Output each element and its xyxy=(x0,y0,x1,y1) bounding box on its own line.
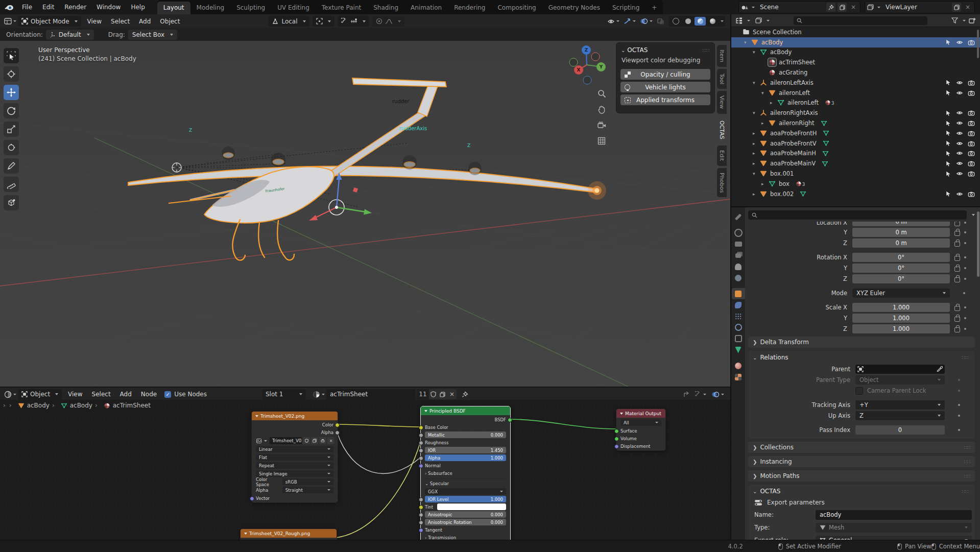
node-row[interactable]: Anisotropic Rotation Anisotropic Rotatio… xyxy=(425,519,506,525)
chevron-down-icon[interactable] xyxy=(877,7,880,8)
workspace-tab[interactable]: Layout xyxy=(157,2,190,14)
properties-tab[interactable] xyxy=(732,371,745,382)
use-nodes-checkbox[interactable]: ✓ Use Nodes xyxy=(164,391,207,398)
chevron-down-icon[interactable] xyxy=(703,394,706,395)
target-dropdown[interactable]: All xyxy=(620,419,661,426)
disable-render-camera-icon[interactable] xyxy=(968,191,975,197)
viewlayer-icon[interactable] xyxy=(867,4,874,10)
move-tool[interactable] xyxy=(4,85,19,100)
camera-view-icon[interactable] xyxy=(596,119,607,131)
viewport-3d[interactable]: Fraunhofer rudder rudderAxis xyxy=(0,41,730,387)
pin-icon[interactable] xyxy=(462,391,468,398)
expander-icon[interactable] xyxy=(753,50,759,55)
value-field[interactable]: 0 m xyxy=(852,228,950,237)
up-axis-dropdown[interactable]: Z xyxy=(855,411,945,420)
pan-hand-icon[interactable] xyxy=(596,104,607,115)
lock-icon[interactable] xyxy=(954,242,960,247)
axis-y-neg-ball[interactable] xyxy=(569,58,578,67)
drag-handle-icon[interactable]: ∷∷ xyxy=(964,473,970,479)
workspace-tab[interactable]: Modeling xyxy=(190,2,231,14)
outliner-display-mode-icon[interactable] xyxy=(735,17,743,24)
sidebar-tab[interactable]: Phobos xyxy=(717,168,727,198)
outliner-row[interactable]: box 3 xyxy=(731,179,980,189)
input-socket[interactable] xyxy=(614,429,619,434)
properties-tab[interactable] xyxy=(732,211,745,223)
sidebar-tab[interactable]: Edit xyxy=(717,146,727,165)
sidebar-tab[interactable]: OCTAS xyxy=(717,116,727,144)
axis-z-ball[interactable]: Z xyxy=(582,45,591,55)
input-socket[interactable] xyxy=(419,456,423,461)
selectable-cursor-icon[interactable] xyxy=(945,130,951,136)
unlink-image-icon[interactable]: × xyxy=(327,437,334,444)
box-select-tool[interactable] xyxy=(4,48,19,63)
expander-icon[interactable] xyxy=(753,80,759,85)
properties-scrollbar[interactable] xyxy=(977,211,979,277)
disable-render-camera-icon[interactable] xyxy=(968,90,975,96)
users-count-badge[interactable]: 11 xyxy=(417,389,429,399)
shader-menu-item[interactable]: Select xyxy=(87,391,115,398)
value-field[interactable]: 0° xyxy=(852,253,950,262)
properties-search-input[interactable] xyxy=(748,210,967,220)
vector-input-socket[interactable] xyxy=(250,496,254,501)
eyedropper-icon[interactable] xyxy=(937,366,943,372)
disable-render-camera-icon[interactable] xyxy=(968,140,975,147)
chevron-down-icon[interactable] xyxy=(963,20,966,21)
properties-tab[interactable] xyxy=(732,310,745,322)
outliner-search-input[interactable] xyxy=(794,16,927,25)
node-row[interactable]: Tangent Tangent Tangent xyxy=(425,526,506,533)
value-field[interactable]: 1.000 xyxy=(852,303,950,312)
outliner-row[interactable]: acTrimSheet xyxy=(731,57,980,67)
hide-eye-icon[interactable] xyxy=(956,160,963,166)
animate-dot[interactable] xyxy=(964,222,966,224)
drag-dropdown[interactable]: Select Box xyxy=(128,30,177,40)
expander-icon[interactable] xyxy=(744,40,751,45)
add-cube-tool[interactable] xyxy=(4,195,19,210)
topbar-menu-item[interactable]: File xyxy=(17,4,37,11)
rotation-mode-dropdown[interactable]: XYZ Euler xyxy=(852,289,950,298)
disable-render-camera-icon[interactable] xyxy=(968,160,975,166)
expander-icon[interactable] xyxy=(761,181,768,186)
export-type-dropdown[interactable]: Mesh xyxy=(816,523,972,533)
viewport-menu-item[interactable]: Select xyxy=(106,18,134,25)
extension-dropdown[interactable]: Repeat xyxy=(256,462,333,469)
outliner-row[interactable]: box.001 xyxy=(731,169,980,179)
outliner-row[interactable]: aileronRight xyxy=(731,118,980,128)
chevron-down-icon[interactable] xyxy=(721,394,724,395)
lock-icon[interactable] xyxy=(954,317,960,322)
fake-user-shield-icon[interactable] xyxy=(303,437,310,444)
expander-icon[interactable] xyxy=(761,90,768,95)
xray-toggle-icon[interactable] xyxy=(657,18,664,25)
node-row[interactable]: Surface xyxy=(620,427,661,434)
input-socket[interactable] xyxy=(419,425,423,430)
selectable-cursor-icon[interactable] xyxy=(945,89,951,96)
editor-type-icon[interactable] xyxy=(4,18,12,25)
properties-tab[interactable] xyxy=(732,288,745,299)
outliner-row[interactable]: box.002 xyxy=(731,189,980,199)
node-header[interactable]: Trimsheet_V02.png xyxy=(252,412,338,420)
workspace-tab[interactable]: Animation xyxy=(404,2,448,14)
orientation-dropdown[interactable]: Default xyxy=(46,30,94,40)
chevron-down-icon[interactable] xyxy=(752,7,755,8)
expander-icon[interactable] xyxy=(770,100,777,105)
expander-icon[interactable] xyxy=(753,171,759,176)
viewport-menu-item[interactable]: Add xyxy=(134,18,155,25)
value-field[interactable]: 0 m xyxy=(852,222,950,226)
input-socket[interactable] xyxy=(614,437,619,441)
go-to-parent-icon[interactable] xyxy=(683,391,690,398)
expander-icon[interactable] xyxy=(753,161,759,166)
workspace-tab[interactable]: Texture Paint xyxy=(316,2,367,14)
collapsed-panel[interactable]: ❯Collections∷∷ xyxy=(748,442,975,453)
value-field[interactable]: 1.000 xyxy=(852,314,950,323)
chevron-down-icon[interactable] xyxy=(747,20,750,21)
lock-icon[interactable] xyxy=(954,306,960,311)
input-socket[interactable] xyxy=(419,513,423,517)
lock-icon[interactable] xyxy=(954,327,960,332)
parent-object-field[interactable] xyxy=(855,365,945,374)
material-output-node[interactable]: Material Output All Surface Volume Displ… xyxy=(616,409,666,451)
material-name-field[interactable]: acTrimSheet xyxy=(326,389,415,400)
chevron-down-icon[interactable] xyxy=(13,20,16,22)
node-row[interactable]: Subsurface Subsurface Subsurface xyxy=(425,470,506,476)
expander-icon[interactable] xyxy=(753,191,759,197)
collapsed-panel[interactable]: ❯Instancing∷∷ xyxy=(748,456,975,467)
node-header[interactable]: Trimsheet_V02_Rough.png xyxy=(241,529,337,538)
